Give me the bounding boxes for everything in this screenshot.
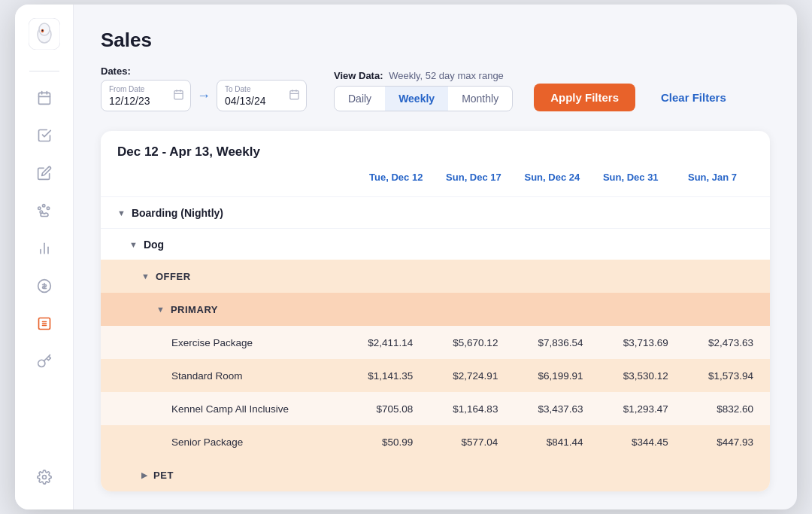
- svg-point-22: [42, 476, 46, 479]
- calendar-to-icon: [289, 89, 300, 102]
- svg-point-4: [41, 30, 43, 32]
- dog-section-row: Dog: [101, 228, 770, 260]
- kennel-camp-label: Kennel Camp All Inclusive: [117, 395, 328, 423]
- senior-package-val-0: $50.99: [328, 428, 413, 456]
- boarding-label: Boarding (Nightly): [117, 199, 328, 227]
- weekly-button[interactable]: Weekly: [385, 87, 448, 111]
- offer-row: OFFER: [101, 260, 770, 293]
- col-header-4: Sun, Dec 31: [580, 167, 658, 190]
- to-date-value: 04/13/24: [225, 95, 298, 107]
- dog-label: Dog: [117, 231, 328, 258]
- kennel-camp-row: Kennel Camp All Inclusive $705.08 $1,164…: [101, 392, 770, 425]
- calendar-icon[interactable]: [28, 81, 61, 114]
- sales-table: Dec 12 - Apr 13, Weekly Tue, Dec 12 Sun,…: [101, 131, 770, 491]
- senior-package-val-4: $447.93: [668, 428, 753, 456]
- from-date-value: 12/12/23: [109, 95, 183, 107]
- column-headers: Tue, Dec 12 Sun, Dec 17 Sun, Dec 24 Sun,…: [117, 167, 753, 190]
- main-content: Sales Dates: From Date 12/12/23 → To Dat…: [74, 5, 797, 509]
- monthly-button[interactable]: Monthly: [448, 87, 512, 111]
- svg-point-10: [47, 207, 49, 209]
- senior-package-row: Senior Package $50.99 $577.04 $841.44 $3…: [101, 425, 770, 458]
- filters-bar: Dates: From Date 12/12/23 → To Date 04/1…: [101, 65, 770, 111]
- kennel-camp-val-2: $3,437.63: [498, 395, 583, 423]
- standard-room-val-2: $6,199.91: [498, 362, 583, 390]
- svg-point-2: [39, 23, 50, 35]
- kennel-camp-val-0: $705.08: [328, 395, 413, 423]
- page-title: Sales: [101, 29, 770, 52]
- exercise-package-row: Exercise Package $2,411.14 $5,670.12 $7,…: [101, 326, 770, 359]
- exercise-package-label: Exercise Package: [117, 329, 328, 357]
- senior-package-val-3: $344.45: [583, 428, 668, 456]
- col-header-5: Sun, Jan 7: [659, 167, 737, 190]
- exercise-package-val-2: $7,836.54: [498, 329, 583, 357]
- senior-package-label: Senior Package: [117, 428, 328, 456]
- period-title: Dec 12 - Apr 13, Weekly: [117, 144, 753, 160]
- view-data-section: View Data: Weekly, 52 day max range Dail…: [334, 70, 513, 111]
- svg-point-9: [42, 205, 44, 207]
- pet-row: PET: [101, 458, 770, 491]
- daily-button[interactable]: Daily: [335, 87, 385, 111]
- svg-rect-23: [174, 91, 183, 99]
- offer-label: OFFER: [117, 263, 328, 290]
- from-date-field[interactable]: From Date 12/12/23: [101, 80, 191, 111]
- kennel-camp-val-3: $1,293.47: [583, 395, 668, 423]
- standard-room-val-1: $2,724.91: [413, 362, 498, 390]
- primary-row: PRIMARY: [101, 293, 770, 326]
- dates-section: Dates: From Date 12/12/23 → To Date 04/1…: [101, 65, 307, 111]
- dog-chevron[interactable]: [129, 240, 138, 249]
- apply-filters-button[interactable]: Apply Filters: [534, 84, 635, 111]
- primary-label: PRIMARY: [117, 296, 328, 324]
- col-header-3: Sun, Dec 24: [501, 167, 580, 190]
- exercise-package-val-4: $2,473.63: [668, 329, 753, 357]
- standard-room-val-3: $3,530.12: [583, 362, 668, 390]
- boarding-chevron[interactable]: [117, 208, 126, 217]
- list-icon[interactable]: [28, 307, 61, 340]
- from-date-label: From Date: [109, 85, 183, 93]
- kennel-camp-val-4: $832.60: [668, 395, 753, 423]
- col-header-1: Tue, Dec 12: [344, 167, 423, 190]
- svg-rect-5: [38, 93, 50, 104]
- table-header: Dec 12 - Apr 13, Weekly Tue, Dec 12 Sun,…: [101, 131, 770, 196]
- paw-icon[interactable]: [28, 194, 61, 227]
- logo: [29, 18, 60, 50]
- sidebar-divider: [29, 71, 59, 71]
- clear-filters-button[interactable]: Clear Filters: [649, 84, 738, 111]
- to-date-label: To Date: [225, 85, 298, 93]
- date-arrow-icon: →: [197, 88, 211, 104]
- to-date-field[interactable]: To Date 04/13/24: [217, 80, 307, 111]
- exercise-package-val-3: $3,713.69: [583, 329, 668, 357]
- sidebar: [15, 5, 74, 509]
- edit-icon[interactable]: [28, 157, 61, 190]
- calendar-from-icon: [173, 89, 184, 102]
- frequency-buttons: Daily Weekly Monthly: [334, 86, 513, 111]
- pet-chevron[interactable]: [141, 470, 147, 480]
- pet-label: PET: [117, 461, 328, 489]
- col-header-0: [134, 167, 344, 190]
- exercise-package-val-1: $5,670.12: [413, 329, 498, 357]
- standard-room-label: Standard Room: [117, 362, 328, 390]
- primary-chevron[interactable]: [156, 305, 165, 314]
- view-data-value: Weekly, 52 day max range: [389, 70, 504, 81]
- senior-package-val-1: $577.04: [413, 428, 498, 456]
- col-header-2: Sun, Dec 17: [423, 167, 501, 190]
- bar-chart-icon[interactable]: [28, 232, 61, 265]
- dates-label: Dates:: [101, 65, 307, 77]
- exercise-package-val-0: $2,411.14: [328, 329, 413, 357]
- boarding-section-row: Boarding (Nightly): [101, 196, 770, 228]
- kennel-camp-val-1: $1,164.83: [413, 395, 498, 423]
- senior-package-val-2: $841.44: [498, 428, 583, 456]
- key-icon[interactable]: [28, 345, 61, 378]
- standard-room-val-4: $1,573.94: [668, 362, 753, 390]
- dates-inputs: From Date 12/12/23 → To Date 04/13/24: [101, 80, 307, 111]
- dollar-icon[interactable]: [28, 269, 61, 303]
- standard-room-row: Standard Room $1,141.35 $2,724.91 $6,199…: [101, 359, 770, 392]
- settings-icon[interactable]: [28, 461, 61, 494]
- svg-point-11: [38, 207, 40, 209]
- svg-rect-27: [290, 91, 298, 99]
- view-data-label: View Data: Weekly, 52 day max range: [334, 70, 513, 81]
- standard-room-val-0: $1,141.35: [328, 362, 413, 390]
- app-window: Sales Dates: From Date 12/12/23 → To Dat…: [15, 5, 797, 509]
- offer-chevron[interactable]: [141, 272, 150, 281]
- tasks-icon[interactable]: [28, 119, 61, 152]
